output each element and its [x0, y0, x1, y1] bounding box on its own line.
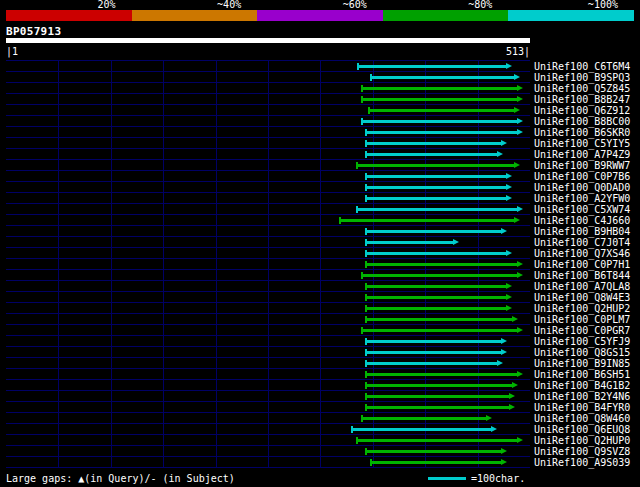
hit-row: UniRef100_B6T844 [6, 270, 530, 281]
hit-label[interactable]: UniRef100_A2YFW0 [534, 193, 630, 204]
hit-label[interactable]: UniRef100_B6T844 [534, 270, 630, 281]
hit-bar[interactable] [365, 248, 511, 259]
hit-bar[interactable] [361, 116, 522, 127]
hit-bar[interactable] [361, 94, 522, 105]
hit-bar-arrowhead-icon [509, 404, 515, 410]
hit-bar-line [366, 186, 506, 189]
hit-bar[interactable] [365, 380, 517, 391]
hit-label[interactable]: UniRef100_C0PLM7 [534, 314, 630, 325]
hit-label[interactable]: UniRef100_Q6EUQ8 [534, 424, 630, 435]
hit-bar-start-tick [365, 184, 367, 191]
hit-bar[interactable] [365, 259, 522, 270]
colorbar-segment: ~80% [383, 10, 509, 21]
hit-bar[interactable] [365, 314, 517, 325]
hit-label[interactable]: UniRef100_B9RWW7 [534, 160, 630, 171]
query-bar [6, 38, 530, 43]
hit-bar[interactable] [365, 193, 511, 204]
hit-bar[interactable] [365, 138, 506, 149]
hit-label[interactable]: UniRef100_B9SPQ3 [534, 72, 630, 83]
hit-label[interactable]: UniRef100_Q7XS46 [534, 248, 630, 259]
hit-bar[interactable] [365, 281, 511, 292]
hit-label[interactable]: UniRef100_A9S039 [534, 457, 630, 468]
hit-label[interactable]: UniRef100_C5YFJ9 [534, 336, 630, 347]
hit-label[interactable]: UniRef100_Q5Z845 [534, 83, 630, 94]
hit-bar[interactable] [370, 72, 519, 83]
hit-bar[interactable] [365, 171, 511, 182]
hit-bar[interactable] [365, 347, 506, 358]
hit-label[interactable]: UniRef100_B4G1B2 [534, 380, 630, 391]
hit-bar-line [366, 230, 501, 233]
hit-bar-arrowhead-icon [517, 327, 523, 333]
hit-row: UniRef100_B2Y4N6 [6, 391, 530, 402]
hit-bar-start-tick [365, 338, 367, 345]
hit-bar[interactable] [365, 292, 511, 303]
hit-bar[interactable] [351, 424, 496, 435]
hit-label[interactable]: UniRef100_A7QLA8 [534, 281, 630, 292]
hit-bar-start-tick [365, 195, 367, 202]
hit-label[interactable]: UniRef100_C0P7H1 [534, 259, 630, 270]
hit-label[interactable]: UniRef100_Q2HUP0 [534, 435, 630, 446]
hit-label[interactable]: UniRef100_B9IN85 [534, 358, 630, 369]
hit-bar[interactable] [365, 446, 506, 457]
hit-bar-line [362, 274, 517, 277]
hit-bar[interactable] [361, 270, 522, 281]
hit-label[interactable]: UniRef100_Q0DAD0 [534, 182, 630, 193]
hit-label[interactable]: UniRef100_B8BC00 [534, 116, 630, 127]
hit-label[interactable]: UniRef100_Q2HUP2 [534, 303, 630, 314]
hit-bar[interactable] [357, 61, 511, 72]
hit-label[interactable]: UniRef100_C7J0T4 [534, 237, 630, 248]
hit-bar[interactable] [365, 402, 514, 413]
hit-bar[interactable] [365, 127, 522, 138]
hit-label[interactable]: UniRef100_B8B247 [534, 94, 630, 105]
hit-bar[interactable] [339, 215, 519, 226]
hit-bar[interactable] [361, 325, 522, 336]
hit-label[interactable]: UniRef100_Q8W4E3 [534, 292, 630, 303]
hit-bar[interactable] [365, 226, 506, 237]
hit-label[interactable]: UniRef100_B2Y4N6 [534, 391, 630, 402]
hit-bar[interactable] [365, 391, 514, 402]
hit-bar[interactable] [365, 182, 511, 193]
hit-bar[interactable] [356, 160, 519, 171]
hit-label[interactable]: UniRef100_C0P7B6 [534, 171, 630, 182]
hit-bar[interactable] [368, 105, 519, 116]
hit-bar-line [366, 406, 509, 409]
hit-bar-arrowhead-icon [501, 140, 507, 146]
hit-bar[interactable] [370, 457, 506, 468]
hit-label[interactable]: UniRef100_A7P4Z9 [534, 149, 630, 160]
hit-row: UniRef100_B9IN85 [6, 358, 530, 369]
hit-bar[interactable] [365, 303, 511, 314]
hit-bar[interactable] [365, 369, 522, 380]
hit-bar-line [366, 153, 497, 156]
hit-label[interactable]: UniRef100_C5YIY5 [534, 138, 630, 149]
hit-label[interactable]: UniRef100_B4FYR0 [534, 402, 630, 413]
hit-bar[interactable] [365, 336, 506, 347]
hit-label[interactable]: UniRef100_C4J660 [534, 215, 630, 226]
hit-bar-arrowhead-icon [509, 393, 515, 399]
hit-label[interactable]: UniRef100_B6SKR0 [534, 127, 630, 138]
hit-bar[interactable] [365, 149, 502, 160]
hit-label[interactable]: UniRef100_Q8GS15 [534, 347, 630, 358]
hit-bar[interactable] [356, 204, 522, 215]
hit-bar-start-tick [365, 228, 367, 235]
hit-bar[interactable] [361, 83, 522, 94]
hit-label[interactable]: UniRef100_Q6Z912 [534, 105, 630, 116]
hit-bar[interactable] [356, 435, 522, 446]
hit-bar-line [357, 439, 517, 442]
hit-label[interactable]: UniRef100_Q9SVZ8 [534, 446, 630, 457]
hit-label[interactable]: UniRef100_Q8W460 [534, 413, 630, 424]
hit-bar-arrowhead-icon [506, 63, 512, 69]
hit-bar-line [366, 351, 501, 354]
hit-bar[interactable] [361, 413, 491, 424]
hit-label[interactable]: UniRef100_C5XW74 [534, 204, 630, 215]
hit-label[interactable]: UniRef100_C0PGR7 [534, 325, 630, 336]
hit-bar[interactable] [365, 237, 458, 248]
hit-label[interactable]: UniRef100_B9HB04 [534, 226, 630, 237]
hit-row: UniRef100_C0PGR7 [6, 325, 530, 336]
hit-label[interactable]: UniRef100_B6SH51 [534, 369, 630, 380]
hit-bar-line [362, 87, 517, 90]
hit-bar[interactable] [365, 358, 502, 369]
hit-label[interactable]: UniRef100_C6T6M4 [534, 61, 630, 72]
ruler-start-label: |1 [6, 46, 18, 57]
hit-bar-start-tick [365, 404, 367, 411]
hit-row: UniRef100_B6SKR0 [6, 127, 530, 138]
